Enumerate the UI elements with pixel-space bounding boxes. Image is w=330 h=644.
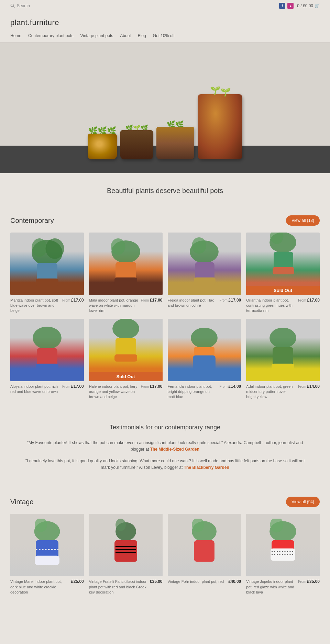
product-image-1: [10, 233, 84, 295]
svg-point-28: [270, 328, 296, 348]
vintage-product-price-3: £40.00: [229, 579, 241, 584]
svg-rect-5: [37, 263, 57, 281]
svg-point-3: [32, 238, 47, 257]
svg-rect-13: [195, 262, 214, 280]
svg-point-4: [45, 238, 64, 259]
product-name-7: Fernanda indoor plant pot, bright drippi…: [168, 384, 218, 400]
product-info-2: Mala indoor plant pot, orange wave on wh…: [89, 298, 163, 314]
product-card[interactable]: Vintage Fratelli Fanciullacci indoor pla…: [89, 514, 163, 595]
contemporary-header: Contemporary View all (13): [10, 215, 320, 226]
vintage-product-image-4: [246, 514, 320, 576]
product-info-3: Freida indoor plant pot, lilac and brown…: [168, 298, 241, 308]
nav-bar: Home Contemporary plant pots Vintage pla…: [0, 31, 330, 43]
sold-out-badge-6: Sold Out: [89, 372, 163, 381]
product-card[interactable]: Freida indoor plant pot, lilac and brown…: [168, 233, 241, 314]
facebook-icon[interactable]: f: [279, 3, 285, 9]
vintage-product-image-3: [168, 514, 241, 576]
product-name-3: Freida indoor plant pot, lilac and brown…: [168, 298, 218, 308]
cart-info[interactable]: 0 / £0.00 🛒: [297, 3, 320, 8]
product-card[interactable]: Sold Out Oriantha indoor plant pot, cont…: [246, 233, 320, 314]
product-card[interactable]: Mala indoor plant pot, orange wave on wh…: [89, 233, 163, 314]
social-icons: f ●: [279, 3, 294, 9]
product-image-6: Sold Out: [89, 319, 163, 381]
vintage-product-info-1: Vintage Marei indoor plant pot, dark blu…: [10, 579, 84, 595]
contemporary-section: Contemporary View all (13) Maritza indoo…: [0, 208, 330, 414]
vintage-product-name-3: Vintage Fohr indoor plant pot, red: [168, 579, 227, 584]
vintage-product-info-4: Vintage Jopeko indoor plant pot, red gla…: [246, 579, 320, 595]
tagline: Beautiful plants deserve beautiful pots: [10, 187, 320, 195]
svg-rect-14: [194, 278, 216, 285]
product-price-8: From £14.00: [298, 384, 320, 389]
svg-rect-38: [114, 540, 137, 562]
vintage-title: Vintage: [10, 498, 33, 506]
testimonial-1: "My Favourite planter! It shows that the…: [21, 440, 309, 453]
svg-rect-6: [36, 279, 58, 286]
vintage-product-price-1: £25.00: [71, 579, 84, 584]
product-name-2: Mala indoor plant pot, orange wave on wh…: [89, 298, 139, 314]
product-info-5: Aloysia indoor plant pot, rich red and b…: [10, 384, 84, 395]
vintage-product-name-1: Vintage Marei indoor plant pot, dark blu…: [10, 579, 69, 595]
product-card[interactable]: Sold Out Halene indoor plant pot, fiery …: [89, 319, 163, 400]
product-info-4: Oriantha indoor plant pot, contrasting g…: [246, 298, 320, 314]
product-card[interactable]: Maritza indoor plant pot, soft blue wave…: [10, 233, 84, 314]
product-card[interactable]: Aloysia indoor plant pot, rich red and b…: [10, 319, 84, 400]
svg-rect-21: [36, 363, 58, 371]
vintage-section: Vintage View all (94) Vintage Marei indo…: [0, 490, 330, 609]
nav-contemporary[interactable]: Contemporary plant pots: [28, 33, 73, 38]
vintage-product-price-2: £35.00: [150, 579, 163, 584]
vintage-product-price-4: From £35.00: [298, 579, 320, 584]
product-name-6: Halene indoor plant pot, fiery orange an…: [89, 384, 139, 400]
testimonial-1-link[interactable]: The Middle-Sized Garden: [150, 447, 199, 452]
search-area[interactable]: Search: [10, 3, 30, 8]
site-title[interactable]: plant.furniture: [10, 18, 320, 27]
hero-image: 🌿🌿🌿 🌿🌱🌿 🌿🌿 🌱🌱: [0, 43, 330, 173]
testimonial-2: "I genuinely love this pot, it is good q…: [21, 458, 309, 471]
svg-rect-34: [35, 556, 59, 565]
cart-amount: 0 / £0.00: [297, 3, 313, 8]
vintage-view-all[interactable]: View all (94): [286, 497, 320, 507]
product-image-2: [89, 233, 163, 295]
svg-rect-17: [274, 251, 293, 269]
contemporary-title: Contemporary: [10, 217, 54, 225]
contemporary-view-all[interactable]: View all (13): [286, 215, 320, 226]
sold-out-badge-4: Sold Out: [246, 286, 320, 295]
nav-blog[interactable]: Blog: [138, 33, 146, 38]
product-price-4: From £17.00: [298, 298, 320, 303]
top-right: f ● 0 / £0.00 🛒: [279, 3, 320, 9]
product-price-6: From £17.00: [141, 384, 163, 389]
svg-rect-44: [194, 540, 214, 562]
svg-rect-10: [114, 278, 137, 285]
product-name-5: Aloysia indoor plant pot, rich red and b…: [10, 384, 60, 395]
nav-about[interactable]: About: [120, 33, 131, 38]
nav-discount[interactable]: Get 10% off: [153, 33, 175, 38]
product-card[interactable]: Vintage Jopeko indoor plant pot, red gla…: [246, 514, 320, 595]
vintage-product-info-2: Vintage Fratelli Fanciullacci indoor pla…: [89, 579, 163, 595]
svg-rect-23: [116, 338, 136, 356]
nav-vintage[interactable]: Vintage plant pots: [80, 33, 113, 38]
product-price-3: From £17.00: [219, 298, 241, 303]
site-title-bar: plant.furniture: [0, 12, 330, 31]
product-card[interactable]: Adal indoor plant pot, green midcentury …: [246, 319, 320, 400]
product-image-7: [168, 319, 241, 381]
top-bar: Search f ● 0 / £0.00 🛒: [0, 0, 330, 12]
svg-rect-18: [273, 267, 294, 274]
product-card[interactable]: Vintage Fohr indoor plant pot, red £40.0…: [168, 514, 241, 595]
instagram-icon[interactable]: ●: [287, 3, 294, 9]
vintage-product-image-2: [89, 514, 163, 576]
testimonial-2-link[interactable]: The Blackberry Garden: [184, 465, 229, 470]
svg-point-12: [192, 237, 206, 254]
contemporary-product-grid: Maritza indoor plant pot, soft blue wave…: [10, 233, 320, 400]
product-info-6: Halene indoor plant pot, fiery orange an…: [89, 384, 163, 400]
product-card[interactable]: Fernanda indoor plant pot, bright drippi…: [168, 319, 241, 400]
product-name-4: Oriantha indoor plant pot, contrasting g…: [246, 298, 296, 314]
svg-rect-24: [114, 354, 137, 361]
svg-rect-20: [37, 348, 57, 366]
product-price-7: From £14.00: [219, 384, 241, 389]
product-image-4: Sold Out: [246, 233, 320, 295]
product-info-7: Fernanda indoor plant pot, bright drippi…: [168, 384, 241, 400]
vintage-header: Vintage View all (94): [10, 497, 320, 507]
nav-home[interactable]: Home: [10, 33, 21, 38]
vintage-product-name-4: Vintage Jopeko indoor plant pot, red gla…: [246, 579, 296, 595]
product-card[interactable]: Vintage Marei indoor plant pot, dark blu…: [10, 514, 84, 595]
product-image-8: [246, 319, 320, 381]
